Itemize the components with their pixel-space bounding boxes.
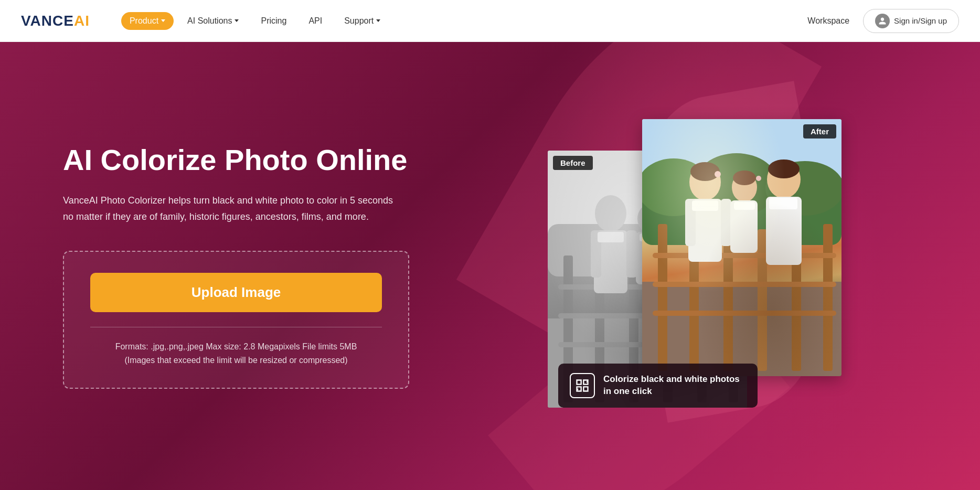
nav-ai-solutions[interactable]: AI Solutions [179,12,247,30]
svg-rect-25 [642,182,841,245]
svg-point-53 [715,171,721,177]
svg-rect-20 [598,232,624,242]
svg-rect-51 [734,202,755,210]
after-photo-simulation [642,119,841,376]
svg-rect-40 [688,199,722,262]
feature-badge-label: Colorize black and white photos in one c… [603,374,746,398]
after-image [642,119,841,376]
svg-rect-13 [594,230,627,293]
svg-point-39 [689,164,721,200]
support-chevron-icon [376,19,380,22]
logo-ai: AI [74,13,90,29]
upload-dropzone[interactable]: Upload Image Formats: .jpg,.png,.jpeg Ma… [63,251,409,389]
logo-vance: VANCE [21,13,74,29]
hero-right-content: Before After [472,109,917,423]
svg-rect-31 [689,235,699,371]
svg-point-46 [733,171,756,185]
svg-rect-14 [591,230,601,278]
hero-section: AI Colorize Photo Online VanceAI Photo C… [0,42,980,490]
hero-description: VanceAI Photo Colorizer helps turn black… [63,193,404,225]
formats-text: Formats: .jpg,.png,.jpeg Max size: 2.8 M… [90,340,382,354]
svg-point-43 [690,162,720,181]
svg-rect-37 [653,282,836,287]
svg-rect-35 [823,224,833,371]
nav-api[interactable]: API [300,12,331,30]
upload-divider [90,327,382,327]
label-after: After [803,124,836,139]
nav-product[interactable]: Product [121,12,174,30]
svg-point-44 [732,173,757,202]
hero-title: AI Colorize Photo Online [63,143,472,177]
svg-point-28 [765,161,841,216]
svg-rect-42 [721,199,731,246]
upload-image-button[interactable]: Upload Image [90,273,382,312]
svg-point-12 [595,195,626,232]
hero-left-content: AI Colorize Photo Online VanceAI Photo C… [63,143,472,389]
svg-point-26 [642,158,710,216]
svg-rect-33 [758,229,767,371]
nav-support[interactable]: Support [336,12,389,30]
logo[interactable]: VANCE AI [21,13,90,29]
workspace-button[interactable]: Workspace [807,16,853,26]
svg-rect-45 [730,200,758,253]
svg-rect-48 [766,197,802,265]
nav-pricing[interactable]: Pricing [252,12,295,30]
svg-rect-38 [653,311,836,316]
ai-solutions-chevron-icon [235,19,239,22]
product-chevron-icon [161,19,165,22]
svg-point-47 [767,161,801,198]
svg-point-54 [756,176,761,181]
nav-right: Workspace Sign in/Sign up [807,9,959,33]
svg-rect-34 [792,227,801,371]
navbar: VANCE AI Product AI Solutions Pricing AP… [0,0,980,42]
svg-rect-30 [658,224,667,371]
svg-rect-32 [723,232,733,371]
feature-badge: Colorize black and white photos in one c… [558,364,758,408]
image-comparison: Before After [548,119,841,423]
svg-point-49 [768,159,800,178]
label-before: Before [553,156,593,170]
svg-rect-29 [642,282,841,376]
signin-button[interactable]: Sign in/Sign up [863,9,959,33]
svg-rect-41 [685,199,696,246]
svg-rect-15 [626,230,637,278]
user-avatar-icon [875,14,890,28]
svg-rect-52 [769,198,797,209]
resize-note: (Images that exceed the limit will be re… [90,354,382,367]
nav-links: Product AI Solutions Pricing API Support [121,12,807,30]
upload-info: Formats: .jpg,.png,.jpeg Max size: 2.8 M… [90,340,382,367]
svg-rect-50 [692,200,718,211]
svg-point-27 [695,153,779,216]
colorize-icon [570,373,595,398]
svg-rect-36 [653,253,836,258]
